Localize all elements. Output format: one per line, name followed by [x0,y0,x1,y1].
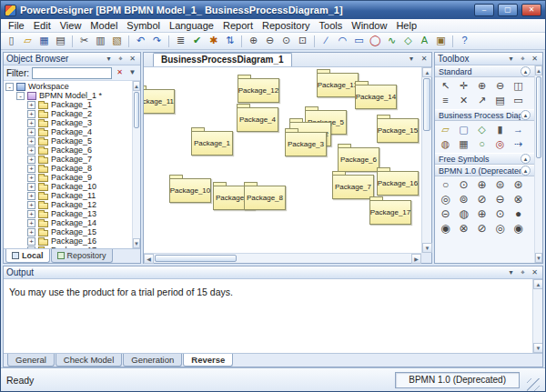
error-intermediate-tool[interactable]: ⊖ [491,193,509,206]
zoom-in-tool[interactable]: ⊕ [473,79,490,93]
minimize-button[interactable]: – [474,4,494,16]
package-symbol-package-3[interactable]: Package_3 [285,128,327,156]
cut-icon[interactable]: ✂ [76,34,92,48]
terminate-end-tool[interactable]: ◉ [510,222,527,236]
toolbox-section-free-symbols[interactable]: Free Symbols▴ [435,153,534,165]
package-symbol-package-15[interactable]: Package_15 [377,115,419,143]
expander-icon[interactable]: - [5,83,14,91]
close-panel-icon[interactable]: ✕ [530,267,540,278]
package-symbol-package-4[interactable]: Package_4 [237,104,278,132]
polyline-icon[interactable]: ∿ [384,34,399,48]
output-tab-general[interactable]: General [7,354,55,367]
link-intermediate-tool[interactable]: ◍ [455,207,472,221]
tree-item-package-1[interactable]: +Package_1 [4,100,131,109]
package-symbol-package-14[interactable]: Package_14 [355,81,397,109]
menu-view[interactable]: View [56,19,86,33]
image-icon[interactable]: ▣ [433,34,449,48]
collapse-icon[interactable]: ▴ [521,166,531,176]
tree-item-package-8[interactable]: +Package_8 [4,164,131,173]
package-symbol-package-11[interactable]: Package_11 [144,85,175,114]
package-symbol-package-16[interactable]: Package_16 [377,167,419,196]
package-symbol-package-13[interactable]: Package_13 [317,69,359,97]
toolbox-section-business-process-diagr[interactable]: Business Process Diagr▴ [435,109,534,121]
scroll-left-icon[interactable]: ◀ [144,254,154,264]
note-tool[interactable]: ▤ [491,94,509,107]
package-symbol-package-17[interactable]: Package_17 [369,196,411,225]
synchronization-tool[interactable]: ▮ [491,123,509,136]
process-tool[interactable]: ▢ [455,123,472,136]
menu-language[interactable]: Language [165,19,218,33]
menu-file[interactable]: File [4,19,29,33]
tree-item-package-2[interactable]: +Package_2 [4,109,131,118]
collapse-icon[interactable]: ▴ [521,66,531,76]
cancel-end-tool[interactable]: ⊘ [473,222,490,236]
fit-view-icon[interactable]: ⊡ [295,34,310,48]
rule-intermediate-tool[interactable]: ⊝ [437,207,454,221]
tree-item-package-13[interactable]: +Package_13 [4,209,131,218]
filter-input[interactable] [32,67,112,79]
expander-icon[interactable]: + [27,219,35,227]
paste-icon[interactable]: ▧ [109,34,125,48]
end-event-tool[interactable]: ● [510,207,527,221]
menu-help[interactable]: Help [391,19,421,33]
timer-start-tool[interactable]: ⊕ [473,178,490,192]
redo-icon[interactable]: ↷ [149,34,165,48]
zoom-out-tool[interactable]: ⊖ [491,79,509,93]
save-icon[interactable]: ▦ [36,34,52,48]
close-panel-icon[interactable]: ✕ [127,54,137,65]
new-icon[interactable]: ▯ [4,34,19,48]
expander-icon[interactable]: + [27,174,35,182]
scroll-right-icon[interactable]: ▶ [411,254,421,264]
tree-item-package-10[interactable]: +Package_10 [4,182,131,191]
text-icon[interactable]: A [417,34,432,48]
toolbox-section-bpmn-1-0-deprecated[interactable]: BPMN 1.0 (Deprecated▴ [435,165,534,176]
clear-filter-icon[interactable]: ✕ [115,67,125,78]
multiple-intermediate-tool[interactable]: ⊕ [473,207,490,221]
start-tool[interactable]: ○ [473,137,490,151]
canvas-horizontal-scrollbar[interactable]: ◀ ▶ [144,253,421,263]
tree-item-package-15[interactable]: +Package_15 [4,227,131,236]
link-tool[interactable]: ↗ [473,94,490,107]
tree-vertical-scrollbar[interactable]: ▲ ▼ [132,81,140,248]
resize-grip[interactable] [527,378,540,391]
compensation-intermediate-tool[interactable]: ⊗ [510,193,527,206]
filter-funnel-icon[interactable]: ▼ [127,67,137,78]
tree-item-package-7[interactable]: +Package_7 [4,155,131,164]
multiple-start-tool[interactable]: ⊛ [510,178,527,192]
title-tool[interactable]: ▭ [510,94,527,107]
cancel-intermediate-tool[interactable]: ⊙ [491,207,509,221]
organization-unit-tool[interactable]: ▦ [455,137,472,151]
expander-icon[interactable]: + [27,183,35,191]
zoom-100-icon[interactable]: ⊙ [278,34,294,48]
tree-item-package-12[interactable]: +Package_12 [4,200,131,209]
package-symbol-package-6[interactable]: Package_6 [338,144,379,172]
open-diagram-tool[interactable]: ◫ [510,79,527,93]
menu-edit[interactable]: Edit [29,19,56,33]
menu-tools[interactable]: Tools [315,19,348,33]
end-tool[interactable]: ◎ [491,137,509,151]
undo-icon[interactable]: ↶ [133,34,148,48]
timer-intermediate-tool[interactable]: ⊘ [473,193,490,206]
open-icon[interactable]: ▱ [20,34,35,48]
maximize-button[interactable]: ▢ [498,4,518,16]
scroll-thumb[interactable] [134,92,139,128]
help-icon[interactable]: ? [457,34,472,48]
arc-icon[interactable]: ◠ [335,34,350,48]
expander-icon[interactable]: + [27,128,35,136]
scroll-down-icon[interactable]: ▼ [422,243,432,253]
package-symbol-package-10[interactable]: Package_10 [169,175,211,203]
grabber-tool[interactable]: ✛ [455,79,472,93]
tree-item-package-5[interactable]: +Package_5 [4,136,131,146]
tree-item-bpmn-model-1[interactable]: -BPMN Model_1 * [4,91,131,100]
zoom-in-icon[interactable]: ⊕ [246,34,261,48]
panel-menu-icon[interactable]: ▾ [506,267,516,278]
expander-icon[interactable]: - [16,92,25,100]
message-flow-tool[interactable]: ⇢ [510,137,527,151]
generate-icon[interactable]: ✱ [206,34,221,48]
expander-icon[interactable]: + [27,246,35,249]
output-tab-check-model[interactable]: Check Model [56,354,122,367]
scroll-up-icon[interactable]: ▲ [533,279,542,289]
expander-icon[interactable]: + [27,101,35,109]
expander-icon[interactable]: + [27,192,35,200]
print-icon[interactable]: ▤ [53,34,68,48]
